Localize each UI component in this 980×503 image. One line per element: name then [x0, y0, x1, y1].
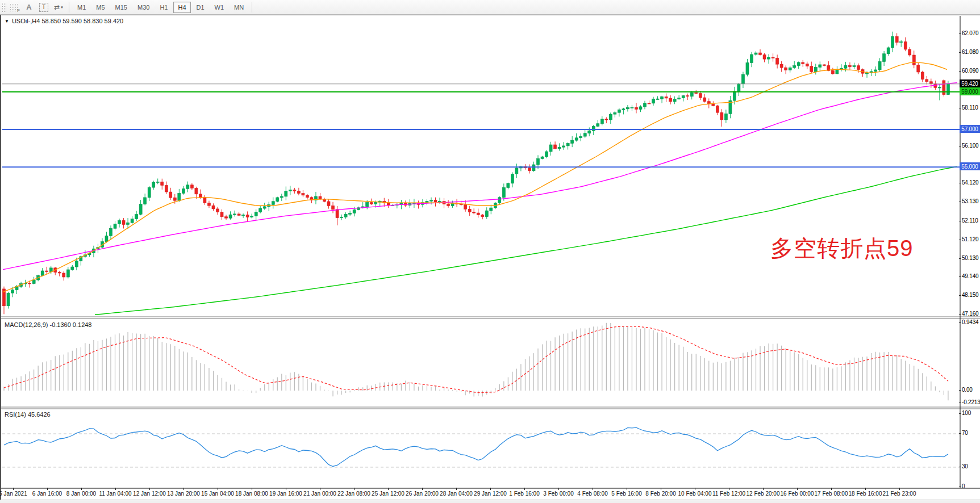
time-axis-label: 29 Jan 12:00 — [474, 491, 507, 497]
time-tick-mark — [115, 488, 116, 490]
time-tick-mark — [13, 488, 14, 490]
axis-tick-mark — [959, 467, 961, 467]
time-axis-label: 21 Jan 00:00 — [303, 491, 336, 497]
time-axis-label: 11 Jan 04:00 — [99, 491, 131, 497]
insert-text-icon[interactable]: A — [22, 2, 36, 13]
time-tick-mark — [558, 488, 559, 490]
time-tick-mark — [865, 488, 866, 490]
axis-tick-mark — [959, 314, 961, 315]
price-tick-label: 50.130 — [962, 255, 978, 261]
time-tick-mark — [47, 488, 48, 490]
price-tick-label: 61.080 — [962, 49, 978, 55]
axis-tick-mark — [959, 276, 961, 277]
price-tick-label: 60.090 — [962, 68, 978, 74]
axis-tick-mark — [959, 258, 961, 259]
crosshair-grid-icon[interactable]: F — [7, 2, 21, 13]
text-label-icon[interactable]: T — [37, 2, 51, 13]
time-tick-mark — [490, 488, 491, 490]
swap-arrows-icon: ⇄ — [54, 3, 60, 11]
time-axis-label: 4 Feb 08:00 — [577, 491, 607, 497]
axis-tick-mark — [959, 487, 961, 487]
time-tick-mark — [661, 488, 661, 490]
price-line-badge: 59.000 — [960, 87, 980, 95]
price-tick-label: 56.100 — [962, 142, 978, 149]
price-tick-label: 62.070 — [962, 30, 978, 36]
timeframe-button-h1[interactable]: H1 — [155, 2, 172, 13]
time-tick-mark — [320, 488, 320, 490]
axis-tick-mark — [959, 183, 961, 183]
time-axis-label: 6 Jan 16:00 — [32, 491, 62, 497]
time-tick-mark — [524, 488, 525, 490]
timeframe-button-m30[interactable]: M30 — [133, 2, 154, 13]
time-tick-mark — [354, 488, 355, 490]
time-axis-label: 10 Feb 04:00 — [678, 491, 712, 497]
time-axis-label: 13 Jan 20:00 — [167, 491, 200, 497]
timeframe-button-mn[interactable]: MN — [230, 2, 248, 13]
time-axis-label: 15 Jan 04:00 — [201, 491, 234, 497]
chart-title: ▼ USOil-,H4 58.850 59.590 58.830 59.420 — [5, 18, 123, 24]
rsi-axis-label: 70 — [962, 430, 968, 436]
price-tick-label: 52.110 — [962, 217, 978, 224]
time-axis-label: 18 Feb 16:00 — [849, 491, 882, 497]
chevron-down-icon: ▾ — [61, 5, 63, 10]
time-axis-label: 1 Feb 16:00 — [509, 491, 539, 497]
axis-tick-mark — [959, 221, 961, 221]
time-axis-label: 25 Jan 12:00 — [372, 491, 404, 497]
time-tick-mark — [627, 488, 627, 490]
axis-tick-mark — [959, 71, 961, 72]
rsi-axis-label: 100 — [962, 410, 971, 416]
price-line-badge: 55.000 — [960, 162, 980, 170]
timeframe-button-m15[interactable]: M15 — [111, 2, 132, 13]
chart-dropdown-icon[interactable]: ▼ — [5, 19, 9, 24]
axis-tick-mark — [959, 33, 961, 34]
time-tick-mark — [593, 488, 593, 490]
chart-title-text: USOil-,H4 58.850 59.590 58.830 59.420 — [12, 18, 123, 24]
time-axis-label: 12 Jan 12:00 — [133, 491, 166, 497]
time-tick-mark — [422, 488, 423, 490]
axis-tick-mark — [959, 322, 961, 323]
time-axis-label: 3 Feb 00:00 — [543, 491, 573, 497]
price-tick-label: 54.120 — [962, 179, 978, 186]
axis-tick-mark — [959, 108, 961, 108]
cycle-symbols-icon[interactable]: ⇄ ▾ — [52, 2, 65, 13]
timeframe-group: M1M5M15M30H1H4D1W1MN — [72, 2, 249, 13]
price-tick-label: 51.120 — [962, 236, 978, 242]
time-axis-label: 21 Feb 23:00 — [883, 491, 916, 497]
time-tick-mark — [899, 488, 900, 490]
axis-tick-mark — [959, 390, 961, 391]
price-tick-label: 58.110 — [962, 104, 978, 111]
time-axis-label: 5 Feb 16:00 — [611, 491, 641, 497]
time-tick-mark — [388, 488, 389, 490]
time-axis-label: 26 Jan 20:00 — [406, 491, 439, 497]
timeframe-button-m5[interactable]: M5 — [91, 2, 109, 13]
grid-dots-icon: F — [10, 3, 19, 11]
axis-tick-mark — [959, 202, 961, 202]
rsi-indicator-label: RSI(14) 45.6426 — [5, 411, 51, 418]
time-axis-label: 16 Feb 00:00 — [781, 491, 814, 497]
time-axis-label: 18 Jan 08:00 — [235, 491, 268, 497]
time-tick-mark — [695, 488, 695, 490]
time-tick-mark — [218, 488, 218, 490]
time-axis-label: 11 Feb 12:00 — [712, 491, 745, 497]
time-tick-mark — [252, 488, 252, 490]
time-tick-mark — [184, 488, 184, 490]
toolbar-grip-handle[interactable] — [2, 2, 7, 12]
axis-tick-mark — [959, 146, 961, 146]
price-tick-label: 53.130 — [962, 198, 978, 204]
toolbar-separator — [69, 2, 69, 12]
toolbar: F A T ⇄ ▾ M1M5M15M30H1H4D1W1MN — [0, 0, 980, 15]
time-axis-label: 8 Jan 00:00 — [66, 491, 96, 497]
timeframe-button-d1[interactable]: D1 — [192, 2, 209, 13]
price-line-badge: 59.420 — [960, 79, 980, 87]
text-label-box-icon: T — [39, 3, 48, 12]
price-tick-label: 47.160 — [962, 311, 978, 317]
time-axis-label: 19 Jan 16:00 — [269, 491, 302, 497]
time-tick-mark — [763, 488, 764, 490]
timeframe-button-h4[interactable]: H4 — [173, 2, 190, 13]
time-tick-mark — [797, 488, 798, 490]
rsi-axis-label: 30 — [962, 463, 968, 470]
axis-tick-mark — [959, 403, 961, 403]
timeframe-button-m1[interactable]: M1 — [73, 2, 90, 13]
axis-tick-mark — [959, 295, 961, 296]
timeframe-button-w1[interactable]: W1 — [210, 2, 229, 13]
